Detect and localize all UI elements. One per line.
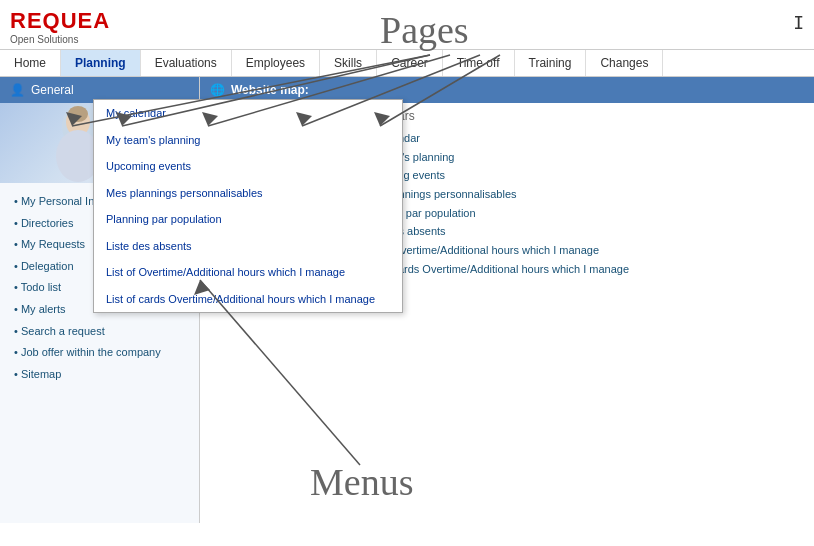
planning-dropdown: My calendar My team's planning Upcoming … (93, 99, 403, 313)
nav-training[interactable]: Training (515, 50, 587, 76)
navbar: Home Planning Evaluations Employees Skil… (0, 49, 814, 77)
nav-skills[interactable]: Skills (320, 50, 377, 76)
nav-employees[interactable]: Employees (232, 50, 320, 76)
nav-changes[interactable]: Changes (586, 50, 663, 76)
sidebar-link-search[interactable]: Search a request (0, 321, 199, 343)
dropdown-item-overtime[interactable]: List of Overtime/Additional hours which … (94, 259, 402, 286)
sidebar-header-label: General (31, 83, 74, 97)
nav-planning[interactable]: Planning (61, 50, 141, 76)
logo-subtitle: Open Solutions (10, 34, 804, 45)
dropdown-item-mesplannings[interactable]: Mes plannings personnalisables (94, 180, 402, 207)
nav-home[interactable]: Home (0, 50, 61, 76)
dropdown-item-cards-overtime[interactable]: List of cards Overtime/Additional hours … (94, 286, 402, 313)
dropdown-item-upcoming[interactable]: Upcoming events (94, 153, 402, 180)
sidebar-icon: 👤 (10, 83, 25, 97)
dropdown-item-listeabsents[interactable]: Liste des absents (94, 233, 402, 260)
nav-career[interactable]: Career (377, 50, 443, 76)
sidebar-link-sitemap[interactable]: Sitemap (0, 364, 199, 386)
main-content: 👤 General My Personal Info Directories M… (0, 77, 814, 523)
svg-point-2 (68, 106, 88, 122)
logo-text: REQUEA (10, 8, 804, 34)
nav-timeoff[interactable]: Time off (443, 50, 515, 76)
sidebar-link-joboffer[interactable]: Job offer within the company (0, 342, 199, 364)
nav-evaluations[interactable]: Evaluations (141, 50, 232, 76)
logo: REQUEA Open Solutions (10, 8, 804, 45)
dropdown-item-teamplanning[interactable]: My team's planning (94, 127, 402, 154)
dropdown-item-mycalendar[interactable]: My calendar (94, 100, 402, 127)
dropdown-item-planningpop[interactable]: Planning par population (94, 206, 402, 233)
content-header-label: Website map: (231, 83, 309, 97)
header: REQUEA Open Solutions (0, 0, 814, 45)
website-map-icon: 🌐 (210, 83, 225, 97)
